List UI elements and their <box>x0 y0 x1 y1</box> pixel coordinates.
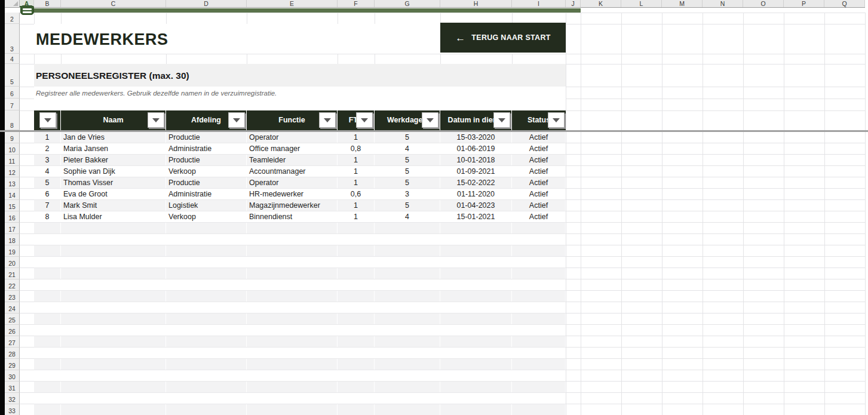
cell-status[interactable] <box>512 291 566 302</box>
cell-functie[interactable] <box>247 268 338 279</box>
column-header-q[interactable]: Q <box>824 0 865 7</box>
row-header-32[interactable]: 32 <box>5 393 20 404</box>
cell-nr[interactable]: 8 <box>34 211 61 222</box>
cell-naam[interactable] <box>61 223 166 233</box>
cell-werkdagen[interactable] <box>375 223 440 233</box>
cell-datum[interactable] <box>440 234 512 245</box>
cell-datum[interactable]: 01-11-2020 <box>440 189 512 199</box>
column-header-f[interactable]: F <box>338 0 375 7</box>
cell-afdeling[interactable] <box>166 279 247 290</box>
cell-nr[interactable] <box>34 268 61 279</box>
cell-afdeling[interactable]: Logistiek <box>166 200 247 211</box>
cell-naam[interactable] <box>61 291 166 302</box>
back-to-start-button[interactable]: ← TERUG NAAR START <box>440 23 566 53</box>
cell-naam[interactable] <box>61 313 166 324</box>
cell-naam[interactable] <box>61 336 166 347</box>
cell-naam[interactable]: Eva de Groot <box>61 189 166 199</box>
cell-functie[interactable] <box>247 313 338 324</box>
filter-button-fte[interactable] <box>356 112 373 128</box>
cell-werkdagen[interactable] <box>375 313 440 324</box>
cell-naam[interactable] <box>61 404 166 415</box>
row-header-27[interactable]: 27 <box>5 336 20 348</box>
cell-functie[interactable] <box>247 234 338 245</box>
cell-datum[interactable] <box>440 257 512 268</box>
cell-werkdagen[interactable] <box>375 257 440 268</box>
cell-status[interactable] <box>512 223 566 233</box>
cell-werkdagen[interactable]: 4 <box>375 143 440 154</box>
cell-naam[interactable]: Sophie van Dijk <box>61 166 166 177</box>
column-header-k[interactable]: K <box>581 0 621 7</box>
column-header-l[interactable]: L <box>621 0 662 7</box>
cell-afdeling[interactable] <box>166 291 247 302</box>
cell-naam[interactable] <box>61 245 166 256</box>
cell-afdeling[interactable] <box>166 382 247 392</box>
row-header-5[interactable]: 5 <box>5 64 20 87</box>
cell-status[interactable] <box>512 245 566 256</box>
cell-afdeling[interactable]: Productie <box>166 177 247 188</box>
row-header-2[interactable]: 2 <box>5 13 20 24</box>
cell-naam[interactable]: Pieter Bakker <box>61 155 166 165</box>
cell-status[interactable] <box>512 302 566 313</box>
column-header-h[interactable]: H <box>440 0 512 7</box>
cell-status[interactable]: Actief <box>512 155 566 165</box>
cell-status[interactable] <box>512 313 566 324</box>
cell-fte[interactable] <box>338 291 375 302</box>
cell-functie[interactable] <box>247 257 338 268</box>
cell-werkdagen[interactable]: 4 <box>375 211 440 222</box>
cell-nr[interactable]: 4 <box>34 166 61 177</box>
row-header-17[interactable]: 17 <box>5 223 20 234</box>
filter-button-werkdagen[interactable] <box>422 112 438 128</box>
cell-datum[interactable] <box>440 348 512 358</box>
filter-button-naam[interactable] <box>148 112 164 128</box>
cell-nr[interactable] <box>34 279 61 290</box>
cell-nr[interactable]: 3 <box>34 155 61 165</box>
cell-werkdagen[interactable] <box>375 393 440 404</box>
cell-afdeling[interactable] <box>166 257 247 268</box>
cell-datum[interactable]: 01-09-2021 <box>440 166 512 177</box>
cell-fte[interactable] <box>338 404 375 415</box>
cell-nr[interactable]: 6 <box>34 189 61 199</box>
cell-status[interactable]: Actief <box>512 189 566 199</box>
cell-datum[interactable] <box>440 268 512 279</box>
cell-werkdagen[interactable] <box>375 404 440 415</box>
cell-fte[interactable]: 0,8 <box>338 143 375 154</box>
cell-fte[interactable]: 1 <box>338 166 375 177</box>
cell-naam[interactable] <box>61 382 166 392</box>
cell-functie[interactable] <box>247 404 338 415</box>
row-header-19[interactable]: 19 <box>5 245 20 257</box>
cell-nr[interactable]: 5 <box>34 177 61 188</box>
cell-afdeling[interactable] <box>166 393 247 404</box>
cell-status[interactable] <box>512 404 566 415</box>
row-header-10[interactable]: 10 <box>5 143 20 155</box>
cell-naam[interactable] <box>61 257 166 268</box>
cell-werkdagen[interactable]: 3 <box>375 189 440 199</box>
cell-functie[interactable] <box>247 348 338 358</box>
column-header-d[interactable]: D <box>166 0 247 7</box>
cell-nr[interactable] <box>34 245 61 256</box>
cell-datum[interactable]: 15-01-2021 <box>440 211 512 222</box>
cell-afdeling[interactable] <box>166 348 247 358</box>
cell-fte[interactable] <box>338 245 375 256</box>
cell-werkdagen[interactable]: 5 <box>375 132 440 143</box>
cell-functie[interactable]: Teamleider <box>247 155 338 165</box>
cell-status[interactable] <box>512 234 566 245</box>
row-header-26[interactable]: 26 <box>5 325 20 336</box>
cell-fte[interactable]: 1 <box>338 200 375 211</box>
cell-nr[interactable] <box>34 223 61 233</box>
cell-fte[interactable] <box>338 234 375 245</box>
cell-datum[interactable] <box>440 291 512 302</box>
cell-naam[interactable] <box>61 234 166 245</box>
cell-datum[interactable] <box>440 382 512 392</box>
cell-datum[interactable] <box>440 370 512 381</box>
cell-werkdagen[interactable] <box>375 245 440 256</box>
cell-fte[interactable] <box>338 268 375 279</box>
column-header-p[interactable]: P <box>784 0 824 7</box>
cell-fte[interactable] <box>338 279 375 290</box>
cell-functie[interactable]: Magazijnmedewerker <box>247 200 338 211</box>
cell-functie[interactable] <box>247 302 338 313</box>
cell-status[interactable] <box>512 279 566 290</box>
cell-nr[interactable] <box>34 291 61 302</box>
cell-functie[interactable]: Binnendienst <box>247 211 338 222</box>
cell-functie[interactable] <box>247 223 338 233</box>
cell-functie[interactable]: HR-medewerker <box>247 189 338 199</box>
